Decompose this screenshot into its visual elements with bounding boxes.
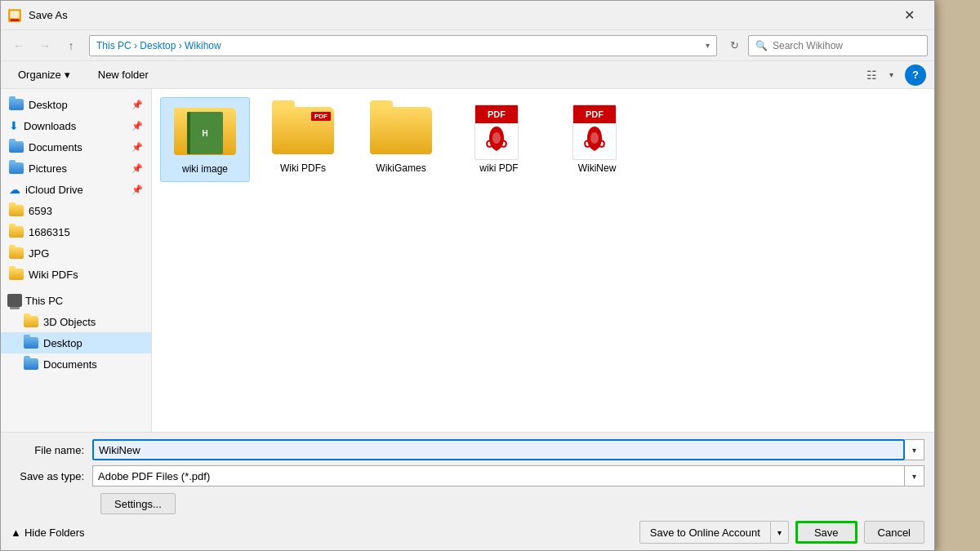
sidebar-label-desktop: Desktop [29,99,68,111]
folder-wiki-pdfs-icon [9,269,24,280]
pin-icon: 📌 [131,100,143,110]
sidebar-item-jpg[interactable]: JPG [1,242,151,264]
pdf-page-new: PDF [572,104,617,160]
svg-point-4 [590,132,599,144]
new-folder-button[interactable]: New folder [89,64,158,86]
breadcrumb-bar[interactable]: This PC › Desktop › Wikihow ▾ [89,35,717,56]
sidebar-label-3d: 3D Objects [43,316,96,328]
help-button[interactable]: ? [905,64,926,86]
folder-docs-pc-icon [24,358,38,370]
pin-icon-pictures: 📌 [131,163,143,174]
up-button[interactable]: ↑ [60,35,82,56]
file-label-wiki-image: wiki image [182,163,228,176]
save-online-group: Save to Online Account ▾ [639,521,789,544]
chevron-up-icon: ▲ [11,527,21,539]
sidebar-label-jpg: JPG [29,247,49,260]
wiki-new-icon: PDF [572,101,621,160]
file-item-wiki-games[interactable]: WikiGames [356,97,446,182]
button-group: Save to Online Account ▾ Save Cancel [639,521,924,544]
save-as-type-label: Save as type: [11,470,92,482]
view-icon: ☷ [866,69,877,82]
pin-icon-icloud: 📌 [131,184,143,195]
search-input[interactable] [773,40,920,51]
file-item-wiki-image[interactable]: H wiki image [160,97,250,182]
icloud-icon: ☁ [9,183,20,196]
save-as-dialog: Save As ✕ ← → ↑ This PC › Desktop › Wiki… [0,0,935,551]
hide-folders-button[interactable]: ▲ Hide Folders [11,527,85,539]
sidebar-label-icloud: iCloud Drive [25,184,83,196]
file-label-wiki-pdf: wiki PDF [479,162,518,176]
pdf-badge: PDF [475,105,518,123]
file-label-wiki-pdfs: Wiki PDFs [280,162,326,176]
save-online-button[interactable]: Save to Online Account [639,521,771,544]
file-label-wiki-new: WikiNew [578,162,617,176]
svg-point-3 [492,132,501,144]
breadcrumb-dropdown-icon[interactable]: ▾ [706,41,710,50]
search-icon: 🔍 [755,40,768,51]
file-type-dropdown-button[interactable]: ▾ [905,465,924,487]
title-bar: Save As ✕ [1,1,934,30]
forward-button[interactable]: → [33,35,56,56]
file-type-display: Adobe PDF Files (*.pdf) [92,465,905,487]
main-area: Desktop 📌 ⬇ Downloads 📌 Documents 📌 Pict… [1,89,934,432]
refresh-button[interactable]: ↻ [724,35,745,56]
sidebar-item-pictures[interactable]: Pictures 📌 [1,158,151,179]
sidebar-item-downloads[interactable]: ⬇ Downloads 📌 [1,115,151,136]
settings-button[interactable]: Settings... [100,493,176,514]
file-item-wiki-pdf[interactable]: PDF wiki PDF [454,97,544,182]
folder-3d-icon [24,316,38,327]
save-online-dropdown-button[interactable]: ▾ [771,521,789,544]
sidebar-label-documents-pc: Documents [43,358,97,371]
save-button[interactable]: Save [795,521,858,544]
sidebar-item-documents[interactable]: Documents 📌 [1,136,151,158]
folder-jpg-icon [9,247,24,259]
sidebar-item-wiki-pdfs[interactable]: Wiki PDFs [1,264,151,285]
sidebar-label-1686315: 1686315 [29,226,70,238]
sidebar-item-1686315[interactable]: 1686315 [1,221,151,242]
pc-icon [7,294,22,307]
bottom-bar: File name: ▾ Save as type: Adobe PDF Fil… [1,432,934,550]
close-button[interactable]: ✕ [890,1,928,30]
wiki-games-folder-icon [370,107,432,154]
file-item-wiki-pdfs[interactable]: PDF Wiki PDFs [258,97,348,182]
hide-folders-label: Hide Folders [24,527,85,539]
pdf-acrobat [482,123,511,158]
file-name-row: File name: ▾ [11,439,924,460]
documents-folder-icon [9,141,24,153]
sidebar-item-documents-pc[interactable]: Documents [1,353,151,375]
organize-button[interactable]: Organize ▾ [9,64,79,86]
sidebar-item-6593[interactable]: 6593 [1,200,151,221]
file-name-dropdown-button[interactable]: ▾ [905,439,924,460]
file-item-wiki-new[interactable]: PDF WikiNew [552,97,642,182]
sidebar-label-6593: 6593 [29,205,52,217]
wiki-image-icon-container: H [172,103,238,160]
view-dropdown[interactable]: ▾ [884,64,898,86]
this-pc-section[interactable]: This PC [1,290,151,311]
svg-rect-1 [10,11,19,18]
acrobat-logo-svg-new [582,125,607,156]
cancel-button[interactable]: Cancel [864,521,924,544]
dialog-title: Save As [29,9,890,21]
sidebar-item-desktop-pc[interactable]: Desktop [1,332,151,353]
desktop-folder-icon [9,99,24,110]
sidebar: Desktop 📌 ⬇ Downloads 📌 Documents 📌 Pict… [1,89,152,432]
wiki-pdfs-folder-icon: PDF [272,107,334,154]
search-box: 🔍 [748,35,928,56]
view-button[interactable]: ☷ [861,64,882,86]
file-type-row: Save as type: Adobe PDF Files (*.pdf) ▾ [11,465,924,487]
wiki-pdf-icon-container: PDF [466,102,532,159]
acrobat-logo-svg [484,125,509,156]
file-name-input[interactable] [92,439,905,460]
sidebar-label-desktop-pc: Desktop [43,337,82,349]
sidebar-item-icloud[interactable]: ☁ iCloud Drive 📌 [1,179,151,200]
sidebar-item-desktop[interactable]: Desktop 📌 [1,94,151,115]
settings-row: Settings... [100,493,924,514]
pdf-page: PDF [474,104,519,160]
organize-dropdown-icon: ▾ [65,69,70,81]
sidebar-item-3d-objects[interactable]: 3D Objects [1,311,151,332]
back-button[interactable]: ← [7,35,30,56]
pin-icon-downloads: 📌 [131,121,143,131]
organize-label: Organize [18,69,61,81]
pdf-badge-new: PDF [573,105,616,123]
folder-6593-icon [9,205,24,216]
